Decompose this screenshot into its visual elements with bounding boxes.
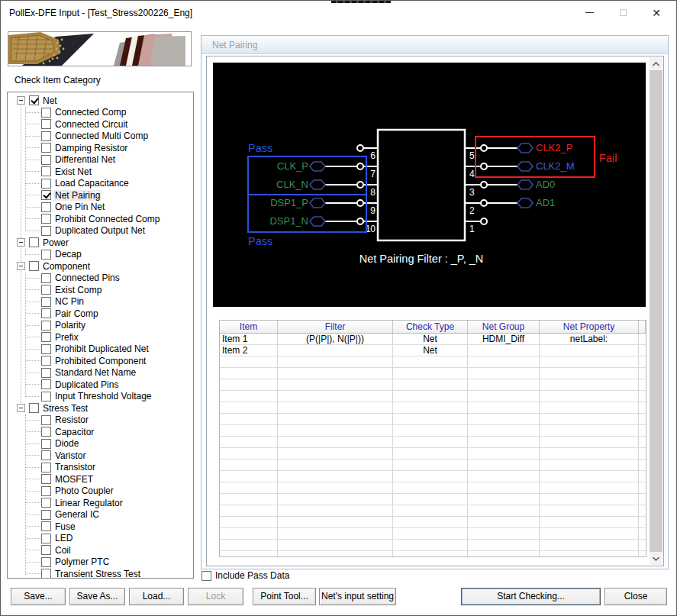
tree-item-fuse[interactable]: Fuse bbox=[8, 521, 193, 533]
tree-item-pair-comp[interactable]: Pair Comp bbox=[8, 308, 193, 320]
tree-item-nc-pin[interactable]: NC Pin bbox=[8, 296, 193, 308]
checkbox-load-capacitance[interactable] bbox=[41, 179, 51, 189]
net-s-input-setting-button[interactable]: Net's input setting bbox=[319, 588, 396, 605]
checkbox-prohibit-duplicated-net[interactable] bbox=[41, 344, 51, 354]
checkbox-polarity[interactable] bbox=[41, 321, 51, 331]
checkbox-connected-multi-comp[interactable] bbox=[41, 131, 51, 141]
tree-item-exist-comp[interactable]: Exist Comp bbox=[8, 284, 193, 296]
tree-item-varistor[interactable]: Varistor bbox=[8, 450, 193, 462]
tree-item-damping-resistor[interactable]: Damping Resistor bbox=[8, 142, 193, 154]
tree-item-duplicated-pins[interactable]: Duplicated Pins bbox=[8, 379, 193, 391]
tree-item-connected-pins[interactable]: Connected Pins bbox=[8, 273, 193, 285]
tree-item-transient-stress-test[interactable]: Transient Stress Test bbox=[8, 568, 193, 579]
checkbox-exist-comp[interactable] bbox=[41, 285, 51, 295]
scroll-up-button[interactable] bbox=[650, 57, 662, 70]
checkbox-linear-regulator[interactable] bbox=[41, 498, 51, 508]
checkbox-decap[interactable] bbox=[41, 250, 51, 260]
checkbox-connected-comp[interactable] bbox=[41, 108, 51, 118]
checkbox-standard-net-name[interactable] bbox=[41, 368, 51, 378]
tree-item-decap[interactable]: Decap bbox=[8, 249, 193, 261]
checkbox-varistor[interactable] bbox=[41, 450, 51, 460]
checkbox-power[interactable] bbox=[29, 237, 39, 247]
close-button[interactable]: ✕ bbox=[640, 1, 673, 24]
tree-item-exist-net[interactable]: Exist Net bbox=[8, 166, 193, 178]
tree-item-transistor[interactable]: Transistor bbox=[8, 462, 193, 474]
tree-item-net[interactable]: Net bbox=[8, 95, 193, 107]
tree-item-component[interactable]: Component bbox=[8, 260, 193, 273]
tree-item-stress-test[interactable]: Stress Test bbox=[8, 402, 193, 414]
save-as-button[interactable]: Save As... bbox=[69, 588, 125, 605]
tree-item-differential-net[interactable]: Differential Net bbox=[8, 154, 193, 166]
column-header-net-group[interactable]: Net Group bbox=[468, 321, 540, 333]
start-checking-button[interactable]: Start Checking... bbox=[461, 588, 601, 605]
tree-item-prohibit-connected-comp[interactable]: Prohibit Connected Comp bbox=[8, 213, 193, 225]
checkbox-duplicated-output-net[interactable] bbox=[41, 226, 51, 236]
tree-item-load-capacitance[interactable]: Load Capacitance bbox=[8, 178, 193, 190]
checkbox-connected-pins[interactable] bbox=[41, 273, 51, 283]
column-header-item[interactable]: Item bbox=[220, 321, 278, 333]
tree-item-general-ic[interactable]: General IC bbox=[8, 509, 193, 521]
checkbox-net[interactable] bbox=[29, 95, 39, 105]
column-header-net-property[interactable]: Net Property bbox=[540, 321, 639, 333]
minimize-button[interactable] bbox=[572, 1, 606, 24]
maximize-button[interactable] bbox=[606, 1, 640, 24]
checkbox-fuse[interactable] bbox=[41, 521, 51, 531]
close-button[interactable]: Close bbox=[604, 588, 667, 605]
tree-item-led[interactable]: LED bbox=[8, 533, 193, 545]
tree-item-one-pin-net[interactable]: One Pin Net bbox=[8, 202, 193, 214]
table-row-item-2[interactable]: Item 2Net bbox=[220, 345, 646, 356]
checkbox-duplicated-pins[interactable] bbox=[41, 379, 51, 389]
table-row-item-1[interactable]: Item 1(P(|P|), N(|P|))NetHDMI_DiffnetLab… bbox=[220, 334, 646, 345]
tree-item-power[interactable]: Power bbox=[8, 237, 193, 249]
tree-item-connected-circuit[interactable]: Connected Circuit bbox=[8, 118, 193, 131]
checkbox-stress-test[interactable] bbox=[29, 403, 39, 413]
checkbox-capacitor[interactable] bbox=[41, 427, 51, 437]
collapse-toggle-icon[interactable] bbox=[17, 262, 25, 270]
checkbox-photo-coupler[interactable] bbox=[41, 486, 51, 496]
checkbox-diode[interactable] bbox=[41, 439, 51, 449]
checkbox-differential-net[interactable] bbox=[41, 155, 51, 165]
checkbox-net-pairing[interactable] bbox=[41, 190, 51, 200]
checkbox-connected-circuit[interactable] bbox=[41, 119, 51, 129]
save-button[interactable]: Save... bbox=[11, 588, 66, 605]
collapse-toggle-icon[interactable] bbox=[17, 96, 25, 105]
checkbox-exist-net[interactable] bbox=[41, 166, 51, 176]
tree-item-net-pairing[interactable]: Net Pairing bbox=[8, 189, 193, 202]
column-header-filter[interactable]: Filter bbox=[278, 321, 393, 333]
tree-item-prohibit-duplicated-net[interactable]: Prohibit Duplicated Net bbox=[8, 343, 193, 356]
checkbox-led[interactable] bbox=[41, 534, 51, 543]
checkbox-transient-stress-test[interactable] bbox=[41, 569, 51, 579]
include-pass-data-option[interactable]: Include Pass Data bbox=[201, 570, 289, 581]
checkbox-one-pin-net[interactable] bbox=[41, 202, 51, 212]
scroll-down-button[interactable] bbox=[650, 552, 662, 565]
collapse-toggle-icon[interactable] bbox=[17, 404, 25, 412]
checkbox-damping-resistor[interactable] bbox=[41, 143, 51, 153]
checkbox-polymer-ptc[interactable] bbox=[41, 557, 51, 567]
tree-item-connected-multi-comp[interactable]: Connected Multi Comp bbox=[8, 131, 193, 143]
column-header-check-type[interactable]: Check Type bbox=[393, 321, 468, 333]
vertical-scrollbar[interactable] bbox=[650, 57, 662, 565]
checkbox-general-ic[interactable] bbox=[41, 510, 51, 520]
tree-item-resistor[interactable]: Resistor bbox=[8, 414, 193, 427]
titlebar[interactable]: PollEx-DFE Input - [Test_Stress200226_En… bbox=[1, 1, 676, 24]
load-button[interactable]: Load... bbox=[129, 588, 184, 605]
collapse-toggle-icon[interactable] bbox=[17, 238, 25, 247]
checkbox-prefix[interactable] bbox=[41, 332, 51, 342]
tree-item-connected-comp[interactable]: Connected Comp bbox=[8, 107, 193, 119]
tree-item-standard-net-name[interactable]: Standard Net Name bbox=[8, 367, 193, 379]
checkbox-transistor[interactable] bbox=[41, 463, 51, 472]
point-tool-button[interactable]: Point Tool... bbox=[253, 588, 316, 605]
checkbox-coil[interactable] bbox=[41, 545, 51, 555]
tree-item-linear-regulator[interactable]: Linear Regulator bbox=[8, 497, 193, 509]
tree-item-prohibited-component[interactable]: Prohibited Component bbox=[8, 355, 193, 367]
checkbox-nc-pin[interactable] bbox=[41, 297, 51, 307]
checkbox-resistor[interactable] bbox=[41, 415, 51, 425]
tree-item-diode[interactable]: Diode bbox=[8, 438, 193, 450]
tree-item-input-threshold-voltage[interactable]: Input Threshold Voltage bbox=[8, 391, 193, 403]
checkbox-prohibited-component[interactable] bbox=[41, 356, 51, 366]
include-pass-data-checkbox[interactable] bbox=[201, 571, 211, 581]
tree-item-polymer-ptc[interactable]: Polymer PTC bbox=[8, 556, 193, 569]
checkbox-prohibit-connected-comp[interactable] bbox=[41, 214, 51, 224]
tree-item-coil[interactable]: Coil bbox=[8, 544, 193, 556]
tree-item-photo-coupler[interactable]: Photo Coupler bbox=[8, 485, 193, 498]
